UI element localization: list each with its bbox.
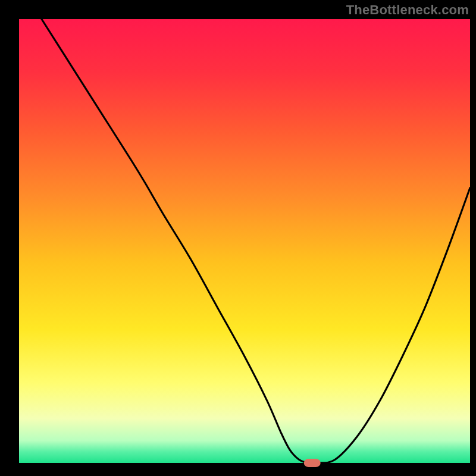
watermark-text: TheBottleneck.com	[346, 2, 469, 18]
plot-area	[19, 19, 470, 463]
bottleneck-chart	[0, 0, 476, 476]
optimal-marker	[304, 459, 321, 467]
